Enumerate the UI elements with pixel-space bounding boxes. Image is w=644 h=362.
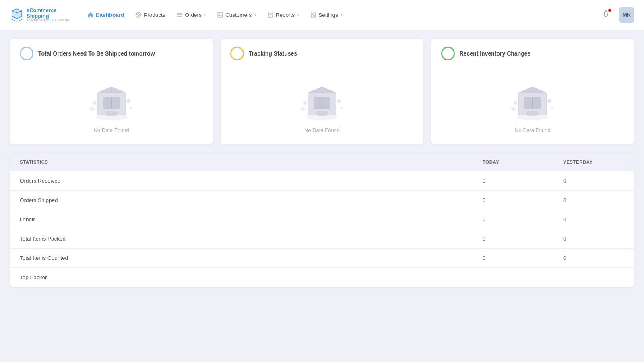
nav-item-products[interactable]: Products [130, 9, 170, 21]
logo-tagline: FOR PROFITABLE SHIPPING [27, 19, 70, 22]
settings-icon [310, 12, 316, 18]
svg-point-31 [130, 107, 132, 109]
stats-col-label: STATISTICS [10, 153, 473, 171]
stats-cell-today: 0 [473, 210, 553, 229]
stats-cell-yesterday: 0 [553, 229, 634, 249]
stats-row: Orders Shipped 0 0 [10, 191, 634, 210]
reports-icon [267, 12, 274, 18]
card-body-inventory: No Data Found [441, 67, 624, 133]
stats-cell-label: Total Items Packed [10, 229, 473, 249]
svg-point-50 [547, 99, 551, 103]
stats-cell-label: Orders Shipped [10, 191, 473, 210]
logo: eCommerce Shipping FOR PROFITABLE SHIPPI… [10, 8, 70, 22]
logo-ecommerce: eCommerce [27, 8, 70, 13]
stats-row: Orders Received 0 0 [10, 171, 634, 191]
no-data-text-3: No Data Found [515, 127, 550, 133]
notification-bell[interactable] [599, 7, 613, 23]
no-data-text-2: No Data Found [304, 127, 340, 133]
svg-point-51 [551, 107, 553, 109]
cards-row: Total Orders Need To Be Shipped tomorrow [10, 38, 634, 145]
svg-rect-42 [316, 111, 328, 116]
card-body-total-orders: No Data Found [20, 67, 203, 133]
nav-item-dashboard[interactable]: Dashboard [83, 9, 129, 21]
reports-chevron: › [297, 13, 299, 17]
logo-icon [10, 8, 24, 22]
stats-table-body: Orders Received 0 0 Orders Shipped 0 0 L… [10, 171, 634, 287]
svg-point-1 [138, 14, 139, 16]
settings-chevron: › [341, 13, 342, 17]
grid-icon [135, 12, 142, 18]
card-title-tracking: Tracking Statuses [249, 50, 297, 57]
status-circle-yellow [230, 47, 244, 60]
empty-state-illustration-3 [504, 71, 561, 127]
stats-row: Total Items Packed 0 0 [10, 229, 634, 249]
list-icon [176, 12, 183, 18]
header-left: eCommerce Shipping FOR PROFITABLE SHIPPI… [10, 8, 347, 22]
stats-cell-yesterday: 0 [553, 210, 634, 229]
svg-rect-52 [526, 111, 539, 116]
status-circle-green [441, 47, 455, 60]
card-body-tracking: No Data Found [230, 67, 413, 133]
stats-cell-yesterday: 0 [553, 249, 634, 268]
stats-cell-label: Top Packer [10, 268, 473, 287]
card-header-tracking: Tracking Statuses [230, 47, 413, 60]
empty-state-illustration-1 [83, 71, 140, 127]
stats-cell-label: Labels [10, 210, 473, 229]
svg-point-38 [303, 101, 307, 105]
svg-point-29 [90, 107, 95, 111]
nav-item-settings[interactable]: Settings › [305, 9, 347, 21]
stats-cell-yesterday [553, 268, 634, 287]
svg-point-41 [340, 107, 343, 109]
svg-rect-9 [218, 12, 223, 17]
orders-chevron: › [204, 13, 206, 17]
customers-chevron: › [254, 13, 256, 17]
stats-row: Labels 0 0 [10, 210, 634, 229]
stats-cell-yesterday: 0 [553, 191, 634, 210]
stats-col-today: TODAY [473, 153, 553, 171]
card-title-total-orders: Total Orders Need To Be Shipped tomorrow [38, 50, 155, 57]
stats-cell-yesterday: 0 [553, 171, 634, 191]
home-icon [87, 12, 94, 18]
nav-item-orders[interactable]: Orders › [171, 9, 211, 21]
header-right: MK [599, 7, 634, 23]
svg-point-39 [300, 107, 305, 111]
statistics-section: STATISTICS TODAY YESTERDAY Orders Receiv… [10, 153, 634, 287]
card-tracking-statuses: Tracking Statuses No Data Fo [220, 38, 423, 145]
stats-cell-today [473, 268, 553, 287]
status-circle-blue [20, 47, 33, 60]
no-data-text-1: No Data Found [94, 127, 129, 133]
svg-point-40 [337, 99, 341, 103]
svg-rect-32 [105, 111, 118, 116]
stats-cell-today: 0 [473, 249, 553, 268]
card-total-orders: Total Orders Need To Be Shipped tomorrow [10, 38, 213, 145]
stats-col-yesterday: YESTERDAY [553, 153, 634, 171]
user-avatar[interactable]: MK [619, 7, 634, 23]
stats-cell-label: Orders Received [10, 171, 473, 191]
nav-item-customers[interactable]: Customers › [212, 9, 261, 21]
logo-text: eCommerce Shipping FOR PROFITABLE SHIPPI… [27, 8, 70, 22]
card-title-inventory: Recent Inventory Changes [460, 50, 531, 57]
nav-item-reports[interactable]: Reports › [262, 9, 304, 21]
header: eCommerce Shipping FOR PROFITABLE SHIPPI… [0, 0, 644, 30]
svg-point-21 [313, 15, 315, 17]
svg-point-30 [126, 99, 130, 103]
customers-icon [217, 12, 223, 18]
main-nav: Dashboard Products [83, 9, 347, 21]
main-content: Total Orders Need To Be Shipped tomorrow [0, 30, 644, 295]
card-header-total-orders: Total Orders Need To Be Shipped tomorrow [20, 47, 203, 60]
statistics-table: STATISTICS TODAY YESTERDAY Orders Receiv… [10, 153, 634, 287]
stats-cell-today: 0 [473, 229, 553, 249]
notification-dot [608, 9, 611, 12]
svg-point-49 [511, 107, 516, 111]
stats-table-header-row: STATISTICS TODAY YESTERDAY [10, 153, 634, 171]
card-inventory-changes: Recent Inventory Changes No [431, 38, 634, 145]
stats-cell-today: 0 [473, 191, 553, 210]
svg-point-48 [514, 101, 517, 105]
logo-shipping: Shipping [27, 13, 70, 19]
stats-row: Top Packer [10, 268, 634, 287]
empty-state-illustration-2 [294, 71, 350, 127]
card-header-inventory: Recent Inventory Changes [441, 47, 624, 60]
stats-cell-today: 0 [473, 171, 553, 191]
stats-row: Total Items Counted 0 0 [10, 249, 634, 268]
svg-point-28 [93, 101, 96, 105]
